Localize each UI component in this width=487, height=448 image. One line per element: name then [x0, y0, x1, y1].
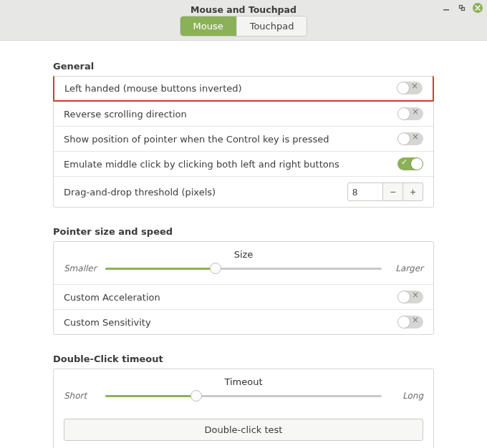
row-reverse-scroll: Reverse scrolling direction	[54, 101, 433, 126]
slider-pointer-size[interactable]	[105, 263, 382, 274]
slider-end-smaller: Smaller	[64, 263, 98, 273]
tab-touchpad[interactable]: Touchpad	[236, 16, 307, 36]
section-title-pointer: Pointer size and speed	[53, 226, 434, 237]
toggle-emulate-middle[interactable]	[397, 157, 423, 170]
row-emulate-middle: Emulate middle click by clicking both le…	[54, 151, 433, 176]
maximize-button[interactable]	[457, 3, 467, 13]
row-dnd-threshold: Drag-and-drop threshold (pixels) − +	[54, 176, 433, 207]
row-custom-accel: Custom Acceleration	[54, 284, 433, 309]
slider-doubleclick-timeout[interactable]	[105, 390, 382, 401]
slider-end-larger: Larger	[389, 263, 423, 273]
slider-block-timeout: Timeout Short Long	[54, 369, 433, 412]
minimize-button[interactable]	[441, 3, 451, 13]
label-left-handed: Left handed (mouse buttons inverted)	[64, 83, 242, 94]
toggle-show-pointer-ctrl[interactable]	[397, 132, 423, 145]
double-click-test-button[interactable]: Double-click test	[64, 419, 423, 441]
slider-title-size: Size	[64, 249, 423, 260]
window-title: Mouse and Touchpad	[0, 4, 487, 15]
label-dnd-threshold: Drag-and-drop threshold (pixels)	[64, 187, 216, 198]
label-show-pointer-ctrl: Show position of pointer when the Contro…	[64, 134, 329, 145]
toggle-reverse-scroll[interactable]	[397, 107, 423, 120]
slider-end-short: Short	[64, 391, 98, 401]
panel-doubleclick: Timeout Short Long Double-click test	[53, 369, 434, 448]
content-area: General Left handed (mouse buttons inver…	[0, 41, 487, 448]
stepper-increment[interactable]: +	[403, 182, 423, 201]
slider-end-long: Long	[389, 391, 423, 401]
section-title-general: General	[53, 61, 434, 72]
stepper-decrement[interactable]: −	[383, 182, 403, 201]
panel-general: Left handed (mouse buttons inverted) Rev…	[53, 76, 434, 208]
input-dnd-threshold[interactable]	[347, 182, 383, 201]
toggle-custom-accel[interactable]	[397, 291, 423, 303]
svg-rect-0	[443, 9, 449, 11]
titlebar: Mouse and Touchpad Mouse Touchpad	[0, 0, 487, 41]
svg-rect-2	[462, 8, 465, 11]
section-title-doubleclick: Double-Click timeout	[53, 354, 434, 364]
close-button[interactable]	[473, 3, 483, 13]
toggle-custom-sens[interactable]	[397, 316, 423, 328]
panel-pointer: Size Smaller Larger Custom Acceleration …	[53, 241, 434, 335]
row-left-handed: Left handed (mouse buttons inverted)	[53, 76, 434, 102]
window-controls	[441, 3, 483, 13]
label-custom-accel: Custom Acceleration	[64, 292, 160, 303]
toggle-left-handed[interactable]	[397, 82, 423, 94]
label-emulate-middle: Emulate middle click by clicking both le…	[64, 159, 339, 170]
row-show-pointer-ctrl: Show position of pointer when the Contro…	[54, 126, 433, 151]
label-custom-sens: Custom Sensitivity	[64, 317, 151, 328]
tab-mouse[interactable]: Mouse	[180, 16, 236, 36]
stepper-dnd-threshold: − +	[347, 182, 423, 201]
row-custom-sens: Custom Sensitivity	[54, 309, 433, 334]
slider-title-timeout: Timeout	[64, 376, 423, 387]
label-reverse-scroll: Reverse scrolling direction	[64, 109, 187, 120]
tab-strip: Mouse Touchpad	[0, 16, 487, 36]
slider-block-size: Size Smaller Larger	[54, 242, 433, 284]
